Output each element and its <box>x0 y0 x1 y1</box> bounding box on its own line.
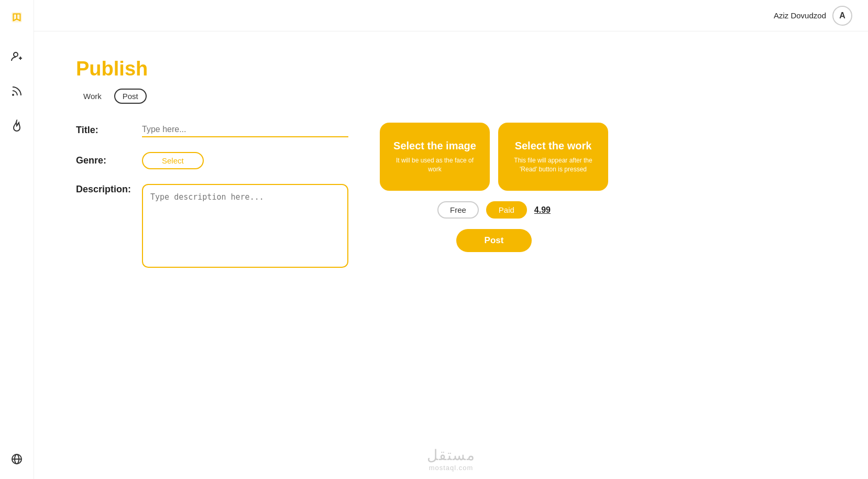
main-content: Publish Work Post Title: Genre: Select D… <box>34 31 868 479</box>
select-image-card[interactable]: Select the image It will be used as the … <box>380 123 490 191</box>
image-card-title: Select the image <box>393 140 476 152</box>
select-work-card[interactable]: Select the work This file will appear af… <box>498 123 608 191</box>
price-value: 4.99 <box>534 205 551 215</box>
description-input[interactable] <box>142 184 348 268</box>
add-user-icon[interactable] <box>7 47 26 66</box>
upload-cards: Select the image It will be used as the … <box>380 123 608 191</box>
image-card-subtitle: It will be used as the face of work <box>389 156 480 174</box>
title-input[interactable] <box>142 123 348 137</box>
post-button[interactable]: Post <box>456 229 532 252</box>
globe-icon[interactable] <box>7 450 26 469</box>
sidebar <box>0 0 34 479</box>
topbar: Aziz Dovudzod A <box>34 0 868 31</box>
work-card-title: Select the work <box>515 140 592 152</box>
tab-work[interactable]: Work <box>76 90 109 103</box>
title-label: Title: <box>76 125 134 136</box>
svg-point-4 <box>13 94 14 95</box>
free-button[interactable]: Free <box>437 201 479 219</box>
avatar[interactable]: A <box>832 6 852 26</box>
paid-button[interactable]: Paid <box>486 201 527 219</box>
feed-icon[interactable] <box>7 82 26 101</box>
form-section: Title: Genre: Select Description: Select… <box>76 123 826 282</box>
tabs: Work Post <box>76 89 826 104</box>
user-info: Aziz Dovudzod A <box>774 6 852 26</box>
genre-select-button[interactable]: Select <box>142 152 204 169</box>
user-name: Aziz Dovudzod <box>774 11 826 20</box>
genre-row: Genre: Select <box>76 152 348 169</box>
svg-point-1 <box>14 52 18 57</box>
genre-label: Genre: <box>76 155 134 166</box>
app-logo[interactable] <box>10 10 24 26</box>
form-right: Select the image It will be used as the … <box>380 123 608 252</box>
page-title: Publish <box>76 58 826 80</box>
title-row: Title: <box>76 123 348 137</box>
tab-post[interactable]: Post <box>114 89 147 104</box>
form-left: Title: Genre: Select Description: <box>76 123 348 282</box>
fire-icon[interactable] <box>7 116 26 135</box>
description-label: Description: <box>76 184 134 195</box>
pricing-row: Free Paid 4.99 <box>437 201 551 219</box>
description-row: Description: <box>76 184 348 268</box>
work-card-subtitle: This file will appear after the 'Read' b… <box>508 156 599 174</box>
